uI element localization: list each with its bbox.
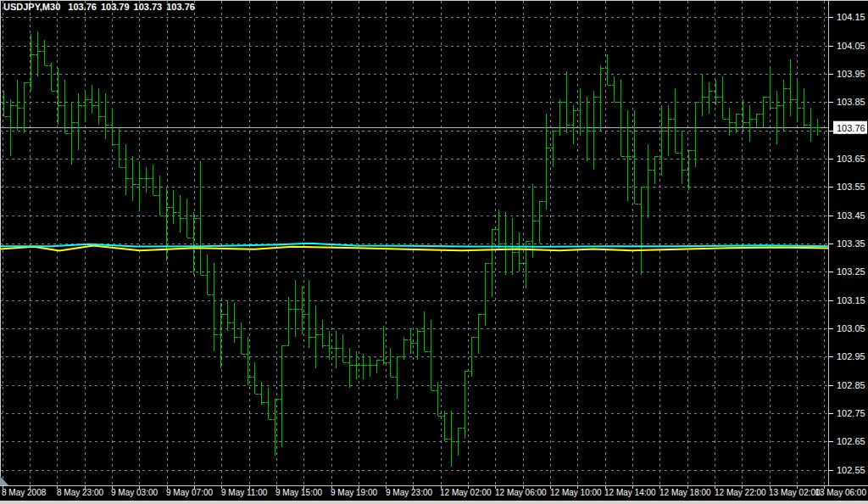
price-axis-label: 103.55 (837, 182, 865, 192)
low-value: 103.73 (134, 2, 163, 12)
price-axis-label: 104.15 (837, 12, 865, 22)
time-axis-label: 12 May 10:00 (550, 488, 602, 497)
price-axis-label: 103.95 (837, 69, 865, 79)
price-chart[interactable]: 104.15104.05103.95103.85103.75103.65103.… (0, 0, 868, 504)
price-axis-label: 102.65 (837, 436, 865, 446)
time-axis-label: 12 May 18:00 (659, 488, 711, 497)
open-value: 103.76 (68, 2, 97, 12)
window-bottom-strip (0, 501, 868, 504)
chart-window: USDJPY,M30103.76103.79103.73103.76 104.1… (0, 0, 868, 504)
time-axis-label: 13 May 06:00 (815, 488, 866, 497)
time-axis-label: 13 May 02:00 (769, 488, 821, 497)
time-axis-label: 9 May 15:00 (275, 488, 322, 497)
price-axis-label: 102.95 (837, 351, 865, 361)
price-axis-label: 103.85 (837, 97, 865, 107)
price-axis-label: 102.55 (837, 465, 865, 475)
time-axis-label: 8 May 23:00 (57, 488, 103, 497)
time-axis-label: 12 May 22:00 (715, 488, 766, 497)
price-axis-label: 103.15 (837, 295, 865, 305)
high-value: 103.79 (101, 2, 130, 12)
symbol-period-label: USDJPY,M30 (3, 2, 60, 12)
time-axis-label: 9 May 19:00 (331, 488, 377, 497)
price-axis-label: 103.35 (837, 238, 865, 249)
time-axis-label: 12 May 14:00 (604, 488, 656, 497)
price-axis-label: 103.05 (837, 323, 865, 333)
chart-plot-area[interactable] (0, 0, 868, 504)
close-value: 103.76 (166, 2, 195, 12)
price-axis-label: 102.85 (837, 380, 865, 390)
price-axis-label: 103.25 (837, 266, 865, 277)
price-axis-label: 104.05 (837, 41, 865, 51)
current-price-label: 103.76 (837, 123, 865, 133)
time-axis-label: 9 May 23:00 (386, 488, 432, 497)
chart-ohlc-header: USDJPY,M30103.76103.79103.73103.76 (3, 2, 199, 12)
time-axis-label: 12 May 02:00 (440, 488, 492, 497)
time-axis-label: 9 May 11:00 (221, 488, 268, 497)
price-axis-label: 103.65 (837, 154, 865, 164)
time-axis-label: 9 May 07:00 (166, 488, 213, 497)
price-axis-label: 103.45 (837, 210, 865, 221)
time-axis-label: 9 May 03:00 (111, 488, 158, 497)
price-axis-label: 102.75 (837, 408, 865, 418)
time-axis-label: 8 May 2008 (2, 488, 47, 497)
time-axis-label: 12 May 06:00 (495, 488, 547, 497)
